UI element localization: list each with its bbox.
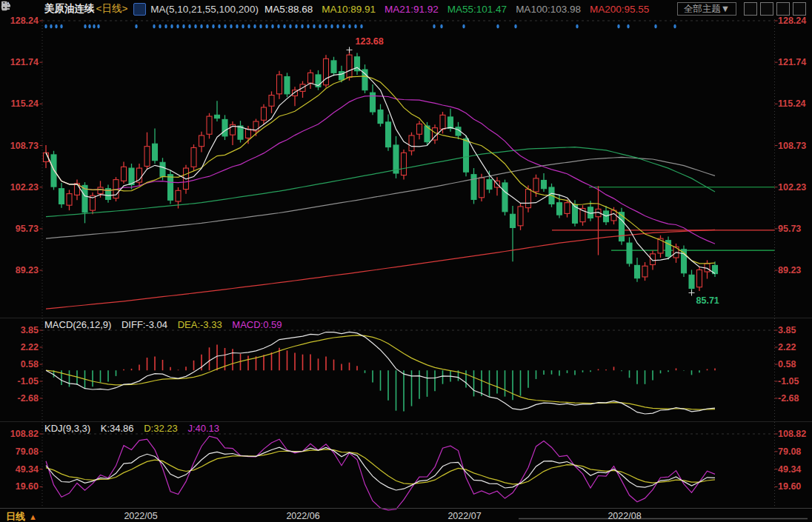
signal-dot — [50, 24, 52, 29]
price-axis-label: 108.82 — [0, 429, 39, 439]
chart-header: 美原油连续 <日线> MA(5,10,21,55,100,200) MA5:88… — [0, 0, 812, 18]
kdj-j-value: J:40.13 — [187, 423, 219, 434]
signal-dot — [514, 24, 516, 29]
signal-dot — [253, 24, 256, 29]
price-axis-label: 108.73 — [0, 141, 39, 151]
candle — [510, 214, 516, 227]
candle — [518, 207, 523, 226]
ma-value-label: MA100:103.98 — [516, 4, 581, 15]
chart-canvas[interactable]: 123.6885.71 — [0, 0, 812, 522]
signal-dot — [153, 24, 155, 29]
signal-dot — [164, 24, 167, 29]
candle — [471, 175, 476, 200]
ma-value-label: MA55:101.47 — [447, 4, 507, 15]
signal-dot — [182, 24, 184, 29]
price-axis-label: 79.08 — [0, 446, 39, 457]
signal-dot — [336, 24, 339, 29]
candle — [153, 144, 158, 160]
signal-dot — [218, 24, 220, 29]
candle — [339, 72, 345, 80]
macd-value: MACD:0.59 — [232, 319, 282, 330]
candle — [502, 183, 508, 212]
candle — [168, 175, 173, 201]
signal-dot — [277, 24, 279, 29]
signal-dot — [159, 24, 161, 29]
macd-params-label: MACD(26,12,9) — [44, 319, 111, 330]
candle — [635, 265, 640, 278]
signal-dot — [188, 24, 190, 29]
high-price-annotation: 123.68 — [356, 36, 384, 47]
price-axis-label: 121.74 — [778, 57, 806, 67]
candle — [464, 138, 469, 172]
theme-selector-button[interactable]: 全部主题▼ — [677, 2, 736, 16]
candle — [402, 153, 407, 175]
period-selector-label: 日线 — [6, 511, 25, 522]
scale-x-icon[interactable] — [776, 2, 790, 16]
signal-dot — [627, 24, 629, 29]
charting-app: 123.6885.71 美原油连续 <日线> MA(5,10,21,55,100… — [0, 0, 812, 522]
signal-dot — [313, 24, 315, 29]
ma-values: MA5:88.68MA10:89.91MA21:91.92MA55:101.47… — [264, 4, 658, 15]
price-axis-label: 108.73 — [778, 141, 806, 151]
candle — [448, 117, 453, 129]
signal-dot — [295, 24, 297, 29]
pan-icon[interactable] — [744, 2, 757, 16]
price-axis-label: 3.85 — [778, 325, 796, 335]
candle — [246, 129, 251, 138]
period-selector[interactable]: 日线▲ — [6, 510, 37, 522]
candle — [67, 194, 72, 206]
price-axis-label: 49.34 — [0, 464, 39, 475]
price-axis-label: 115.24 — [778, 98, 806, 109]
candle — [98, 187, 103, 194]
candle — [324, 58, 329, 84]
signal-dot — [242, 24, 244, 29]
signal-dot — [236, 24, 238, 29]
signal-dot — [342, 24, 345, 29]
price-axis-label: 79.08 — [778, 446, 801, 457]
low-price-annotation: 85.71 — [696, 295, 719, 306]
macd-diff-value: DIFF:-3.04 — [122, 319, 167, 330]
main-pane: 123.6885.71 — [42, 21, 775, 309]
signal-dot — [265, 24, 267, 29]
signal-dot — [283, 24, 285, 29]
time-axis-label: 2022/07 — [447, 511, 481, 521]
candle — [222, 119, 227, 135]
price-axis-label: 2.22 — [0, 342, 39, 352]
signal-dot — [440, 24, 442, 29]
candle — [262, 107, 267, 120]
price-axis-label: -2.68 — [0, 393, 39, 404]
signal-dot — [224, 24, 226, 29]
candle — [269, 96, 274, 107]
chart-icon[interactable] — [133, 3, 146, 16]
signal-dot — [348, 24, 350, 29]
candle — [565, 203, 570, 214]
signal-dot — [200, 24, 202, 29]
signal-dot — [360, 24, 362, 29]
ma-value-label: MA200:95.55 — [590, 4, 649, 15]
macd-header: MACD(26,12,9) DIFF:-3.04 DEA:-3.33 MACD:… — [44, 319, 290, 330]
price-axis-label: 108.82 — [778, 429, 806, 439]
candle — [557, 203, 562, 215]
exit-icon[interactable] — [793, 2, 806, 16]
time-axis-label: 2022/06 — [286, 511, 319, 521]
candle — [542, 180, 547, 188]
signal-dot — [496, 24, 499, 29]
candle — [277, 75, 282, 94]
time-axis-label: 2022/08 — [608, 511, 641, 521]
price-axis-label: 2.22 — [778, 342, 796, 352]
price-axis-label: 49.34 — [778, 464, 801, 475]
candle — [207, 116, 212, 134]
price-axis-label: 102.23 — [0, 182, 39, 193]
candle — [386, 122, 391, 147]
signal-dot — [259, 24, 262, 29]
signal-dot — [576, 24, 578, 29]
scale-y-icon[interactable] — [760, 2, 773, 16]
price-axis-label: 115.24 — [0, 98, 39, 109]
signal-dot — [212, 24, 214, 29]
candle — [51, 155, 56, 187]
candle — [215, 115, 220, 118]
candle — [642, 266, 648, 277]
signal-dot — [654, 24, 656, 29]
period-tag: <日线> — [96, 2, 128, 16]
candle — [122, 167, 127, 181]
